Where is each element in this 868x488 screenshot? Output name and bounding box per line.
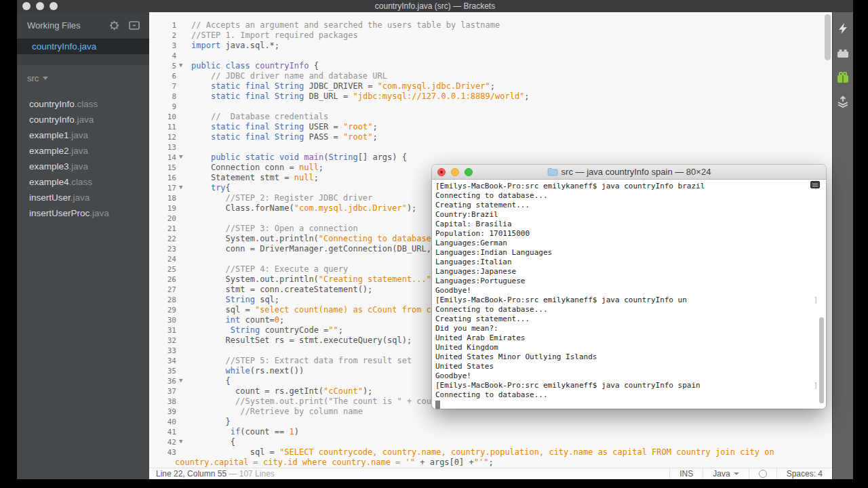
minimize-window-icon[interactable] (36, 2, 44, 10)
terminal-line: United States Minor Outlying Islands (435, 352, 826, 362)
code-line: 7 static final String JDBC_DRIVER = "com… (149, 81, 832, 92)
file-item[interactable]: example4.class (17, 174, 149, 190)
zoom-window-icon[interactable] (50, 2, 58, 10)
terminal-line: Country:Brazil (435, 210, 826, 220)
file-item[interactable]: insertUserProc.java (17, 205, 149, 221)
chevron-down-icon (734, 472, 739, 475)
terminal-prompt-mark: ] (813, 296, 818, 305)
fold-triangle-icon[interactable]: ▼ (179, 152, 182, 162)
file-item[interactable]: example3.java (17, 159, 149, 174)
code-line: 1// Accepts an argument and searched the… (149, 20, 832, 30)
file-tree: countryInfo.classcountryInfo.javaexample… (17, 96, 149, 221)
terminal-prompt-mark: ] (813, 381, 818, 390)
gift-extension-icon[interactable] (836, 70, 850, 84)
file-item[interactable]: insertUser.java (17, 190, 149, 205)
terminal-line: Creating statement... (435, 201, 826, 210)
terminal-line: United States (435, 362, 826, 371)
code-line: 3import java.sql.*; (149, 41, 832, 51)
gear-icon[interactable] (107, 18, 121, 32)
cursor-position-text: Line 22, Column 55 (156, 469, 226, 479)
fold-triangle-icon[interactable]: ▼ (179, 436, 182, 447)
terminal-line: Connecting to database... (435, 390, 826, 400)
language-label: Java (713, 469, 730, 479)
code-line: 5▼public class countryInfo { (149, 61, 832, 71)
code-line: 11 static final String USER = "root"; (149, 122, 832, 132)
chevron-down-icon (43, 77, 48, 80)
working-file-selected[interactable]: countryInfo.java (17, 39, 149, 54)
code-line: 6 // JDBC driver name and database URL (149, 71, 832, 81)
live-preview-icon[interactable] (836, 22, 850, 35)
fold-triangle-icon[interactable]: ▼ (179, 375, 182, 386)
fold-triangle-icon[interactable]: ▼ (179, 60, 182, 70)
fold-triangle-icon[interactable]: ▼ (179, 182, 182, 192)
file-item[interactable]: countryInfo.class (17, 96, 149, 112)
code-line: 4 (149, 51, 832, 61)
terminal-line: Languages:Japanese (435, 267, 826, 277)
window-title: countryInfo.java (src) — Brackets (17, 1, 853, 11)
terminal-line: [Emilys-MacBook-Pro:src emilykaneff$ jav… (435, 182, 826, 191)
status-circle-icon (759, 470, 767, 478)
code-line: 40 } (149, 417, 832, 427)
cursor-position: Line 22, Column 55 — 107 Lines (149, 469, 669, 479)
minimize-window-icon[interactable] (451, 168, 459, 176)
extension-manager-icon[interactable] (836, 46, 850, 60)
file-item[interactable]: example2.java (17, 143, 149, 159)
folder-icon (547, 167, 558, 176)
terminal-line: Capital: Brasília (435, 220, 826, 229)
terminal-title: src — java countryInfo spain — 80×24 (547, 167, 711, 177)
terminal-line: Languages:Portuguese (435, 277, 826, 286)
file-item[interactable]: countryInfo.java (17, 112, 149, 127)
project-root-label: src (27, 73, 39, 83)
terminal-title-text: src — java countryInfo spain — 80×24 (561, 167, 711, 177)
indent-setting[interactable]: Spaces: 4 (776, 468, 832, 479)
working-files-section: Working Files (17, 12, 149, 65)
split-view-icon[interactable] (127, 18, 141, 32)
terminal-line: Languages:Indian Languages (435, 248, 826, 258)
terminal-scrollbar[interactable] (819, 317, 824, 403)
code-line: 43 sql = "SELECT countrycode, country.na… (149, 447, 832, 458)
insert-mode-toggle[interactable]: INS (669, 468, 703, 479)
language-selector[interactable]: Java (703, 468, 748, 479)
code-line: 2//STEP 1. Import required packages (149, 30, 832, 41)
zoom-window-icon[interactable] (465, 168, 473, 176)
code-line: 14▼ public static void main(String[] arg… (149, 152, 832, 163)
code-line: 12 static final String PASS = "root"; (149, 132, 832, 142)
terminal-line: Goodbye! (435, 371, 826, 381)
code-line: 41 if(count == 1) (149, 427, 832, 437)
terminal-cursor (435, 401, 440, 409)
terminal-lines: [Emilys-MacBook-Pro:src emilykaneff$ jav… (435, 182, 826, 409)
code-line: 10 // Database credentials (149, 112, 832, 122)
close-window-icon[interactable] (22, 2, 31, 10)
terminal-body[interactable]: [Emilys-MacBook-Pro:src emilykaneff$ jav… (432, 180, 826, 409)
window-controls (22, 2, 58, 10)
terminal-line (435, 400, 826, 409)
terminal-marks-icon[interactable] (810, 181, 820, 188)
lint-status[interactable] (749, 468, 776, 479)
working-files-label: Working Files (27, 20, 107, 30)
editor-scrollbar[interactable] (825, 14, 831, 60)
code-line: country.capital = city.id where country.… (149, 458, 832, 468)
file-item[interactable]: example1.java (17, 127, 149, 143)
extension-toolbar (832, 12, 853, 479)
app-titlebar[interactable]: countryInfo.java (src) — Brackets (17, 0, 853, 12)
terminal-line: [Emilys-MacBook-Pro:src emilykaneff$ jav… (435, 381, 826, 390)
terminal-line: Connecting to database... (435, 305, 826, 314)
code-line: 42▼ { (149, 437, 832, 447)
layers-upload-icon[interactable] (836, 95, 850, 108)
working-files-header: Working Files (17, 12, 149, 38)
terminal-line: United Arab Emirates (435, 333, 826, 343)
terminal-line: Languages:Italian (435, 258, 826, 267)
code-line: 9 (149, 102, 832, 112)
project-root[interactable]: src (27, 73, 48, 83)
screen: countryInfo.java (src) — Brackets Workin… (0, 0, 868, 488)
terminal-window: src — java countryInfo spain — 80×24 [Em… (432, 165, 826, 409)
sidebar: Working Files (17, 12, 149, 479)
terminal-line: United Kingdom (435, 343, 826, 352)
terminal-line: Connecting to database... (435, 191, 826, 201)
code-line: 8 static final String DB_URL = "jdbc:mys… (149, 92, 832, 102)
terminal-line: Did you mean?: (435, 324, 826, 333)
terminal-line: Creating statement... (435, 314, 826, 324)
terminal-titlebar[interactable]: src — java countryInfo spain — 80×24 (432, 165, 826, 180)
code-line: 13 (149, 142, 832, 152)
close-window-icon[interactable] (437, 168, 446, 176)
